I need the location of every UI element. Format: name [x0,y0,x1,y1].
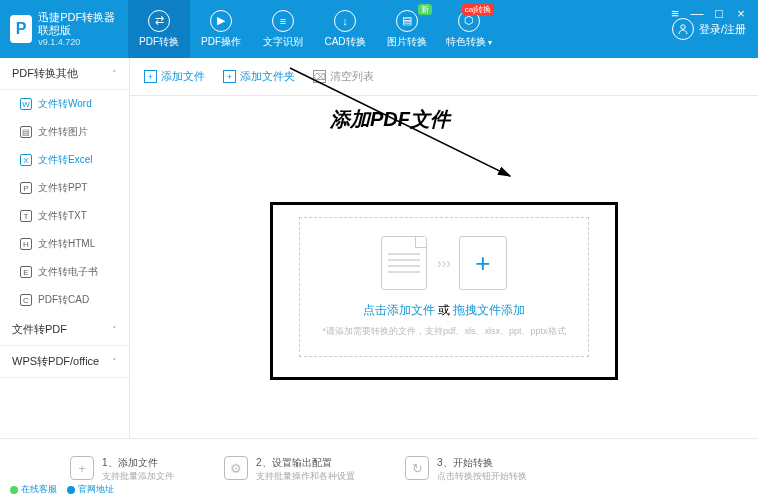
sidebar-item-txt[interactable]: T文件转TXT [0,202,129,230]
nav-tab-special[interactable]: caj转换⬡特色转换▾ [438,0,500,58]
annotation-text: 添加PDF文件 [330,106,450,133]
cad-icon: ↓ [334,10,356,32]
chevron-up-icon: ˄ [112,69,117,79]
add-file-step-icon: + [70,456,94,480]
app-version: v9.1.4.720 [38,37,128,47]
sidebar-item-word[interactable]: W文件转Word [0,90,129,118]
step-3: ↻3、开始转换点击转换按钮开始转换 [405,456,527,483]
header: P 迅捷PDF转换器 联想版 v9.1.4.720 ⇄PDF转换 ▶PDF操作 … [0,0,758,58]
footer-links: 在线客服 官网地址 [10,483,114,496]
image-icon: ▤ [396,10,418,32]
drop-text: 点击添加文件 或 拖拽文件添加 [322,302,565,319]
sidebar-item-ebook[interactable]: E文件转电子书 [0,258,129,286]
sidebar-item-image[interactable]: ▤文件转图片 [0,118,129,146]
operate-icon: ▶ [210,10,232,32]
toolbar: +添加文件 +添加文件夹 ⌫清空列表 [130,58,758,96]
drop-hint: *请添加需要转换的文件，支持pdf、xls、xlsx、ppt、pptx格式 [322,325,565,338]
file-icon: H [20,238,32,250]
minimize-button[interactable]: — [690,6,704,21]
nav-tab-ocr[interactable]: ≡文字识别 [252,0,314,58]
chevron-down-icon: ˅ [112,325,117,335]
sidebar-item-ppt[interactable]: P文件转PPT [0,174,129,202]
caj-badge: caj转换 [462,4,494,15]
user-icon [672,18,694,40]
status-dot-icon [10,486,18,494]
support-link[interactable]: 在线客服 [10,483,57,496]
file-icon: W [20,98,32,110]
add-file-button[interactable]: +添加文件 [144,69,205,84]
clear-list-button[interactable]: ⌫清空列表 [313,69,374,84]
ocr-icon: ≡ [272,10,294,32]
chevron-down-icon: ˅ [112,357,117,367]
arrows-icon: › › › [437,255,449,271]
steps: +1、添加文件支持批量添加文件 ⚙2、设置输出配置支持批量操作和各种设置 ↻3、… [70,456,527,483]
sidebar-group-wps[interactable]: WPS转PDF/office˅ [0,346,129,378]
file-icon: ▤ [20,126,32,138]
window-controls: ≡ — □ × [668,6,748,21]
maximize-button[interactable]: □ [712,6,726,21]
logo-area: P 迅捷PDF转换器 联想版 v9.1.4.720 [0,11,128,47]
sidebar-item-html[interactable]: H文件转HTML [0,230,129,258]
plus-folder-icon: + [223,70,236,83]
nav-tab-pdf-convert[interactable]: ⇄PDF转换 [128,0,190,58]
sidebar: PDF转换其他˄ W文件转Word ▤文件转图片 X文件转Excel P文件转P… [0,58,130,438]
main-content: +添加文件 +添加文件夹 ⌫清空列表 添加PDF文件 › › › + 点击添加文… [130,58,758,438]
add-folder-button[interactable]: +添加文件夹 [223,69,295,84]
nav-tab-cad[interactable]: ↓CAD转换 [314,0,376,58]
plus-file-icon: + [144,70,157,83]
globe-icon [67,486,75,494]
nav-tab-pdf-operate[interactable]: ▶PDF操作 [190,0,252,58]
app-name: 迅捷PDF转换器 联想版 [38,11,128,37]
drop-icons: › › › + [322,236,565,290]
sidebar-item-excel[interactable]: X文件转Excel [0,146,129,174]
drag-add-link[interactable]: 拖拽文件添加 [453,303,525,317]
sidebar-item-cad[interactable]: CPDF转CAD [0,286,129,314]
website-link[interactable]: 官网地址 [67,483,114,496]
file-icon: T [20,210,32,222]
sidebar-group-pdf-other[interactable]: PDF转换其他˄ [0,58,129,90]
svg-point-0 [681,25,685,29]
close-button[interactable]: × [734,6,748,21]
sidebar-group-to-pdf[interactable]: 文件转PDF˅ [0,314,129,346]
login-button[interactable]: 登录/注册 [672,18,746,40]
trash-icon: ⌫ [313,70,326,83]
drop-box[interactable]: › › › + 点击添加文件 或 拖拽文件添加 *请添加需要转换的文件，支持pd… [270,202,617,380]
nav-tab-image[interactable]: 新▤图片转换 [376,0,438,58]
file-icon: E [20,266,32,278]
step-2: ⚙2、设置输出配置支持批量操作和各种设置 [224,456,355,483]
document-icon [381,236,427,290]
drop-area: 添加PDF文件 › › › + 点击添加文件 或 拖拽文件添加 *请添加需要转换… [130,96,758,438]
file-icon: X [20,154,32,166]
chevron-down-icon: ▾ [488,38,492,47]
plus-icon: + [459,236,507,290]
menu-button[interactable]: ≡ [668,6,682,21]
file-icon: C [20,294,32,306]
click-add-link[interactable]: 点击添加文件 [363,303,435,317]
settings-step-icon: ⚙ [224,456,248,480]
convert-icon: ⇄ [148,10,170,32]
convert-step-icon: ↻ [405,456,429,480]
file-icon: P [20,182,32,194]
step-1: +1、添加文件支持批量添加文件 [70,456,174,483]
nav-tabs: ⇄PDF转换 ▶PDF操作 ≡文字识别 ↓CAD转换 新▤图片转换 caj转换⬡… [128,0,672,58]
footer: +1、添加文件支持批量添加文件 ⚙2、设置输出配置支持批量操作和各种设置 ↻3、… [0,438,758,500]
user-area: 登录/注册 [672,18,758,40]
new-badge: 新 [418,4,432,15]
app-logo-icon: P [10,15,32,43]
